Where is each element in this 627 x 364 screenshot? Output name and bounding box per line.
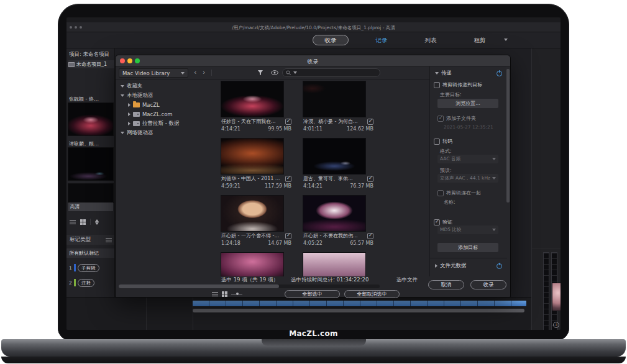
video-thumbnail[interactable] bbox=[303, 81, 365, 117]
media-card[interactable]: 庄心妍 - 不要在我的伤... 4:05:2265.57 MB bbox=[303, 196, 373, 246]
search-field[interactable] bbox=[282, 68, 380, 77]
video-thumbnail[interactable] bbox=[221, 139, 283, 174]
marker-label[interactable]: 子剪辑 bbox=[78, 264, 99, 272]
back-icon[interactable]: ‹ bbox=[194, 68, 196, 77]
visibility-icon[interactable] bbox=[271, 70, 278, 75]
thumbnail-view-icon[interactable] bbox=[222, 291, 227, 297]
clip-label[interactable]: 张靓颖 - 终… bbox=[69, 96, 114, 102]
stitch-clips-checkbox-row[interactable]: 将剪辑连在一起 bbox=[437, 189, 481, 196]
forward-icon[interactable]: › bbox=[203, 68, 205, 77]
media-card[interactable]: 任妙音 - 天在下雨我在... 4:14:2199.95 MB bbox=[221, 81, 291, 132]
clip-checkbox[interactable] bbox=[367, 119, 373, 125]
sort-icon[interactable] bbox=[95, 219, 99, 225]
metadata-power-icon[interactable] bbox=[497, 263, 502, 269]
chevron-right-icon[interactable] bbox=[435, 264, 437, 268]
chevron-right-icon[interactable] bbox=[128, 103, 130, 107]
video-thumbnail[interactable] bbox=[303, 139, 365, 174]
clip-thumbnail[interactable] bbox=[68, 103, 113, 135]
checkbox[interactable] bbox=[434, 139, 440, 145]
preset-dropdown[interactable]: 立体声 AAC，44.1 kHz 128 kbps bbox=[437, 174, 498, 183]
monitor-video-thumbnail[interactable] bbox=[552, 283, 561, 311]
browse-location-button[interactable]: 浏览位置... bbox=[437, 99, 498, 108]
menu-icon[interactable] bbox=[106, 238, 112, 242]
video-thumbnail[interactable] bbox=[221, 253, 283, 276]
tree-item-network-drives[interactable]: 网络驱动器 bbox=[116, 129, 208, 137]
tree-item-maczl-folder[interactable]: MacZL bbox=[116, 101, 208, 109]
dialog-titlebar[interactable]: 收录 bbox=[116, 55, 510, 66]
deselect-all-button[interactable]: 全部取消选中 bbox=[344, 290, 400, 298]
cancel-button[interactable]: 取消 bbox=[428, 280, 464, 289]
transfer-section-header[interactable]: 传递 bbox=[435, 70, 502, 77]
chevron-down-icon[interactable] bbox=[121, 132, 124, 134]
tree-item-laplace-drive[interactable]: 拉普拉斯 - 数据 bbox=[116, 119, 208, 128]
tree-item-favorites[interactable]: 收藏夹 bbox=[116, 82, 208, 91]
chevron-down-icon[interactable] bbox=[504, 39, 508, 41]
grid-view-icon[interactable] bbox=[80, 219, 86, 225]
vertical-scrollbar[interactable] bbox=[506, 69, 510, 274]
clip-label[interactable]: 谭咏麟、顾… bbox=[69, 140, 114, 147]
add-subfolder-checkbox-row[interactable]: 添加子文件夹 bbox=[437, 115, 476, 122]
media-card[interactable]: 庄心妍 - 一万个舍不得 -... 1:24:1814.67 MB bbox=[221, 196, 291, 246]
add-target-button[interactable]: 添加目标 bbox=[437, 243, 498, 252]
format-dropdown[interactable]: AAC 音频 bbox=[437, 155, 498, 163]
tree-item-local-drives[interactable]: 本地驱动器 bbox=[116, 91, 208, 100]
chevron-down-icon[interactable] bbox=[121, 85, 124, 88]
project-item[interactable]: 未命名项目_1 bbox=[68, 60, 114, 68]
chevron-right-icon[interactable] bbox=[128, 112, 130, 116]
marker-type-header: 标记类型 bbox=[66, 235, 115, 245]
chevron-down-icon[interactable] bbox=[121, 94, 124, 97]
clip-checkbox[interactable] bbox=[285, 176, 291, 182]
search-scope-chevron-icon[interactable] bbox=[293, 71, 297, 74]
checkbox[interactable] bbox=[437, 190, 444, 196]
verify-method-dropdown[interactable]: MD5 比较 bbox=[437, 225, 498, 234]
clip-checkbox[interactable] bbox=[285, 119, 291, 125]
horizontal-scrollbar[interactable] bbox=[119, 284, 380, 288]
verify-checkbox-row[interactable]: 验证 bbox=[434, 219, 452, 225]
video-thumbnail[interactable] bbox=[221, 196, 283, 231]
clip-thumbnail[interactable] bbox=[68, 184, 113, 202]
scrollbar-thumb[interactable] bbox=[506, 69, 510, 202]
transfer-power-icon[interactable] bbox=[497, 71, 502, 76]
filter-icon[interactable] bbox=[257, 70, 263, 76]
transcode-checkbox-row[interactable]: 转码 bbox=[434, 138, 452, 145]
video-thumbnail[interactable] bbox=[303, 196, 365, 231]
source-dropdown[interactable]: Mac Video Library bbox=[119, 68, 188, 78]
clip-checkbox[interactable] bbox=[367, 176, 373, 182]
search-input[interactable] bbox=[300, 70, 375, 75]
timeline-scrollbar[interactable] bbox=[193, 309, 524, 312]
tab-logging[interactable]: 记录 bbox=[369, 37, 394, 45]
media-card[interactable]: 刘德华 - 中国人 - 2011 ... 4:59:21117.59 MB bbox=[221, 139, 291, 189]
clip-thumbnail[interactable] bbox=[68, 148, 113, 180]
chevron-down-icon[interactable] bbox=[435, 72, 439, 75]
list-view-icon[interactable] bbox=[212, 292, 218, 296]
checkbox[interactable] bbox=[434, 219, 440, 225]
transfer-clips-checkbox-row[interactable]: 将剪辑传递到目标 bbox=[434, 81, 482, 88]
tree-item-maczl-drive[interactable]: MacZL.com bbox=[116, 110, 208, 119]
checkbox[interactable] bbox=[434, 82, 440, 88]
marker-default-set[interactable]: 所有默认标记 bbox=[66, 248, 115, 258]
checkbox[interactable] bbox=[437, 116, 444, 122]
media-card[interactable]: 冷漠、杨小曼 - 为何自... 4:01:11124.62 MB bbox=[303, 81, 373, 132]
scrollbar-thumb[interactable] bbox=[119, 284, 279, 288]
file-metadata-section-header[interactable]: 文件元数据 bbox=[435, 262, 502, 270]
marker-label[interactable]: 注释 bbox=[78, 279, 94, 287]
select-all-button[interactable]: 全部选中 bbox=[285, 290, 340, 298]
clip-title: 唐古、童可可、李佑... bbox=[303, 175, 365, 182]
marker-row-comment[interactable]: 2 注释 bbox=[69, 278, 94, 287]
timeline-clips-bar[interactable] bbox=[193, 301, 526, 306]
clip-checkbox[interactable] bbox=[367, 233, 373, 239]
tab-ingest[interactable]: 收录 bbox=[313, 35, 349, 45]
thumbnail-size-slider[interactable] bbox=[231, 294, 242, 294]
chevron-right-icon[interactable] bbox=[128, 122, 130, 125]
media-card[interactable]: 唐古、童可可、李佑... 4:14:2176.37 MB bbox=[303, 139, 373, 189]
list-view-icon[interactable] bbox=[70, 220, 76, 224]
info-icon[interactable] bbox=[553, 322, 559, 328]
video-thumbnail[interactable] bbox=[303, 253, 365, 276]
clip-checkbox[interactable] bbox=[285, 233, 291, 239]
tab-rough-cut[interactable]: 粗剪 bbox=[467, 37, 492, 45]
tab-list[interactable]: 列表 bbox=[418, 37, 443, 45]
clip-label-selected[interactable]: 高清 bbox=[68, 202, 113, 211]
video-thumbnail[interactable] bbox=[221, 81, 283, 117]
marker-row-subclip[interactable]: 1 子剪辑 bbox=[69, 263, 99, 272]
ingest-button[interactable]: 收录 bbox=[470, 280, 506, 289]
